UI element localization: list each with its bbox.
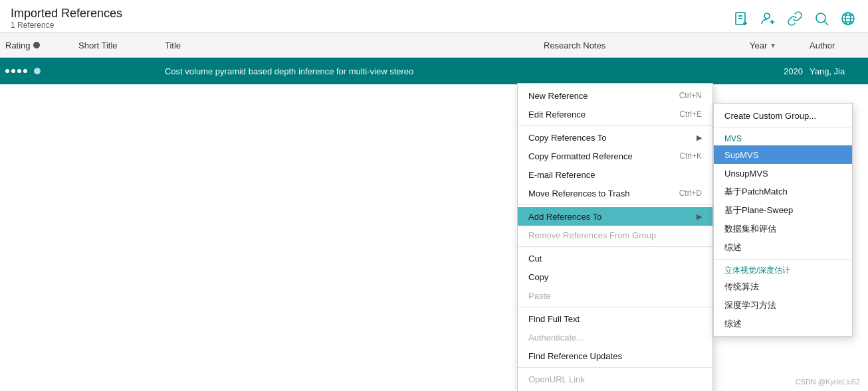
context-menu: New Reference Ctrl+N Edit Reference Ctrl… xyxy=(517,83,713,391)
menu-arrow-copy-references-to: ▶ xyxy=(697,133,702,142)
menu-item-copy[interactable]: Copy xyxy=(518,268,712,286)
menu-item-copy-formatted[interactable]: Copy Formatted Reference Ctrl+K xyxy=(518,147,712,165)
submenu-item-plane-sweep[interactable]: 基于Plane-Sweep xyxy=(714,201,852,220)
row-year: 2020 xyxy=(750,66,810,76)
sort-arrow-year: ▼ xyxy=(770,42,776,49)
submenu-separator-2 xyxy=(714,259,852,260)
menu-label-remove-references: Remove References From Group xyxy=(528,230,656,240)
submenu-item-deep-learning[interactable]: 深度学习方法 xyxy=(714,296,852,315)
submenu-item-patchmatch[interactable]: 基于PatchMatch xyxy=(714,183,852,201)
row-rating xyxy=(5,68,78,74)
menu-item-copy-references-to[interactable]: Copy References To ▶ xyxy=(518,128,712,147)
menu-label-cut: Cut xyxy=(528,254,542,264)
app-title-area: Imported References 1 Reference xyxy=(11,7,122,30)
menu-item-openurl: OpenURL Link xyxy=(518,370,712,388)
svg-point-8 xyxy=(816,13,825,23)
submenu-item-survey-1[interactable]: 综述 xyxy=(714,238,852,257)
menu-separator-3 xyxy=(518,246,712,247)
submenu-group-mvs: MVS xyxy=(714,129,852,145)
submenu-item-create-custom-group[interactable]: Create Custom Group... xyxy=(714,106,852,125)
submenu-group-mvs-label: MVS xyxy=(724,134,742,143)
menu-shortcut-edit-reference: Ctrl+E xyxy=(679,110,702,119)
row-title: Cost volume pyramid based depth inferenc… xyxy=(165,66,544,76)
submenu: Create Custom Group... MVS SupMVS UnsupM… xyxy=(713,103,853,337)
submenu-item-traditional[interactable]: 传统算法 xyxy=(714,277,852,296)
menu-item-email-reference[interactable]: E-mail Reference xyxy=(518,165,712,184)
menu-item-add-references-to[interactable]: Add References To ▶ xyxy=(518,207,712,226)
submenu-item-supmvs[interactable]: SupMVS xyxy=(714,145,852,164)
rating-dot-large xyxy=(34,68,41,74)
col-header-rating[interactable]: Rating xyxy=(5,40,78,50)
menu-label-email-reference: E-mail Reference xyxy=(528,170,595,180)
menu-label-paste: Paste xyxy=(528,291,550,301)
submenu-item-dataset-eval[interactable]: 数据集和评估 xyxy=(714,220,852,238)
table-row[interactable]: Cost volume pyramid based depth inferenc… xyxy=(0,58,868,84)
submenu-label-create-custom-group: Create Custom Group... xyxy=(724,111,816,121)
menu-item-find-full-text[interactable]: Find Full Text xyxy=(518,309,712,328)
app-title: Imported References xyxy=(11,7,122,21)
menu-label-move-trash: Move References to Trash xyxy=(528,189,629,198)
svg-line-9 xyxy=(825,21,829,25)
menu-shortcut-move-trash: Ctrl+D xyxy=(679,189,702,198)
menu-item-cut[interactable]: Cut xyxy=(518,249,712,268)
submenu-label-survey-2: 综述 xyxy=(724,318,742,330)
watermark: CSDN @KyrieLiu52 xyxy=(796,378,860,386)
table-header: Rating Short Title Title Research Notes … xyxy=(0,33,868,58)
submenu-label-traditional: 传统算法 xyxy=(724,281,759,293)
rating-dot-1 xyxy=(5,69,9,73)
menu-item-new-reference[interactable]: New Reference Ctrl+N xyxy=(518,86,712,105)
menu-label-copy-references-to: Copy References To xyxy=(528,133,607,143)
submenu-group-stereo: 立体视觉/深度估计 xyxy=(714,262,852,277)
col-header-research-notes[interactable]: Research Notes xyxy=(544,40,750,50)
submenu-item-unsupmvs[interactable]: UnsupMVS xyxy=(714,164,852,183)
menu-item-remove-references: Remove References From Group xyxy=(518,226,712,244)
menu-item-move-trash[interactable]: Move References to Trash Ctrl+D xyxy=(518,184,712,202)
toolbar-icons xyxy=(732,9,857,28)
rating-dots xyxy=(5,69,27,73)
app-subtitle: 1 Reference xyxy=(11,21,122,30)
menu-separator-4 xyxy=(518,307,712,307)
row-author: Yang, Jia xyxy=(810,66,863,76)
menu-label-add-references-to: Add References To xyxy=(528,212,601,222)
menu-label-copy-formatted: Copy Formatted Reference xyxy=(528,151,633,161)
col-header-short-title[interactable]: Short Title xyxy=(78,40,165,50)
menu-separator-5 xyxy=(518,367,712,368)
link-icon[interactable] xyxy=(786,9,804,28)
submenu-label-patchmatch: 基于PatchMatch xyxy=(724,186,788,198)
rating-dot-4 xyxy=(23,69,27,73)
menu-item-find-updates[interactable]: Find Reference Updates xyxy=(518,347,712,365)
col-header-year[interactable]: Year ▼ xyxy=(750,40,810,50)
submenu-label-unsupmvs: UnsupMVS xyxy=(724,169,768,179)
submenu-label-supmvs: SupMVS xyxy=(724,150,758,160)
menu-shortcut-new-reference: Ctrl+N xyxy=(679,91,702,100)
menu-item-edit-reference[interactable]: Edit Reference Ctrl+E xyxy=(518,105,712,123)
col-header-rating-label: Rating xyxy=(5,40,31,50)
submenu-label-survey-1: 综述 xyxy=(724,242,742,254)
menu-item-authenticate: Authenticate... xyxy=(518,328,712,347)
menu-label-copy: Copy xyxy=(528,272,548,282)
submenu-label-dataset-eval: 数据集和评估 xyxy=(724,223,776,235)
col-header-title[interactable]: Title xyxy=(165,40,544,50)
add-person-icon[interactable] xyxy=(759,9,778,28)
search-icon[interactable] xyxy=(812,9,831,28)
menu-arrow-add-references-to: ▶ xyxy=(697,212,702,221)
menu-shortcut-copy-formatted: Ctrl+K xyxy=(679,151,702,161)
rating-dot-3 xyxy=(17,69,21,73)
add-reference-icon[interactable] xyxy=(732,9,751,28)
submenu-group-stereo-label: 立体视觉/深度估计 xyxy=(724,265,790,276)
col-header-author[interactable]: Author xyxy=(810,40,863,50)
submenu-separator-1 xyxy=(714,127,852,127)
app-header: Imported References 1 Reference xyxy=(0,0,868,33)
globe-icon[interactable] xyxy=(839,9,857,28)
menu-label-edit-reference: Edit Reference xyxy=(528,110,586,119)
menu-label-new-reference: New Reference xyxy=(528,91,588,101)
menu-label-find-full-text: Find Full Text xyxy=(528,314,580,324)
rating-dot-header xyxy=(33,42,40,48)
menu-item-open-url: Open URL xyxy=(518,388,712,391)
col-header-year-label: Year xyxy=(750,40,767,50)
submenu-label-deep-learning: 深度学习方法 xyxy=(724,299,776,311)
menu-item-paste: Paste xyxy=(518,286,712,305)
submenu-label-plane-sweep: 基于Plane-Sweep xyxy=(724,204,793,216)
menu-label-openurl: OpenURL Link xyxy=(528,374,585,384)
submenu-item-survey-2[interactable]: 综述 xyxy=(714,315,852,333)
